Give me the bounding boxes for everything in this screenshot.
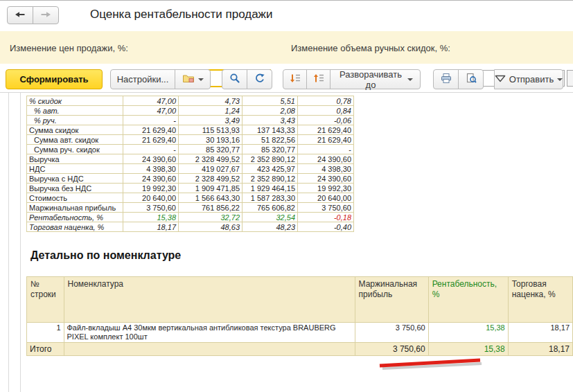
detail-cell[interactable]: 18,17: [508, 323, 572, 343]
print-button[interactable]: [433, 69, 459, 89]
summary-cell[interactable]: 1,24: [179, 106, 243, 116]
summary-row-label[interactable]: Сумма руч. скидок: [27, 145, 123, 154]
summary-cell[interactable]: 85 320,77: [243, 145, 298, 154]
detail-total-cell[interactable]: Итого: [27, 343, 64, 356]
detail-total-cell[interactable]: [64, 343, 355, 356]
summary-cell[interactable]: 3,43: [243, 116, 298, 125]
summary-cell[interactable]: 4 398,30: [123, 164, 179, 174]
summary-cell[interactable]: 1 909 471,85: [179, 184, 243, 193]
summary-row-label[interactable]: Рентабельность, %: [27, 213, 123, 222]
summary-cell[interactable]: 15,38: [123, 213, 179, 222]
summary-cell[interactable]: 1 566 643,30: [179, 193, 243, 203]
detail-column-header[interactable]: Рентабельность, %: [428, 277, 508, 323]
summary-cell[interactable]: 21 629,40: [123, 125, 179, 135]
summary-cell[interactable]: 115 513,93: [179, 125, 243, 135]
summary-cell[interactable]: 2 328 499,52: [179, 174, 243, 184]
summary-cell[interactable]: 24 390,60: [298, 174, 354, 184]
summary-cell[interactable]: 3 750,60: [123, 203, 179, 213]
summary-row-label[interactable]: % скидок: [27, 96, 123, 106]
summary-cell[interactable]: 5,51: [243, 96, 298, 106]
summary-row-label[interactable]: Сумма скидок: [27, 125, 123, 135]
back-button[interactable]: [7, 6, 33, 24]
summary-cell[interactable]: 85 320,77: [179, 145, 243, 154]
expand-rows-button[interactable]: [283, 69, 307, 89]
summary-cell[interactable]: 761 856,22: [179, 203, 243, 213]
summary-cell[interactable]: 0,78: [298, 96, 354, 106]
report-variants-button[interactable]: [175, 69, 211, 89]
summary-cell[interactable]: 48,23: [243, 222, 298, 232]
summary-row-label[interactable]: НДС: [27, 164, 123, 174]
summary-cell[interactable]: 19 992,30: [298, 184, 354, 193]
summary-cell[interactable]: 32,72: [179, 213, 243, 222]
summary-cell[interactable]: 20 640,00: [123, 193, 179, 203]
calculator-button-clipped[interactable]: [567, 70, 573, 87]
summary-cell[interactable]: 20 640,00: [298, 193, 354, 203]
detail-column-header[interactable]: Маржинальная прибыль: [355, 277, 428, 323]
summary-cell[interactable]: 21 629,40: [298, 125, 354, 135]
settings-button[interactable]: Настройки...: [110, 69, 175, 89]
summary-cell[interactable]: -: [298, 145, 354, 154]
summary-cell[interactable]: 47,00: [123, 96, 179, 106]
summary-row-label[interactable]: % руч.: [27, 116, 123, 125]
detail-column-header[interactable]: № строки: [27, 277, 64, 323]
summary-cell[interactable]: 18,17: [123, 222, 179, 232]
forward-button[interactable]: [33, 6, 59, 24]
summary-cell[interactable]: 3 750,60: [298, 203, 354, 213]
summary-row-label[interactable]: Выручка без НДС: [27, 184, 123, 193]
summary-row-label[interactable]: % авт.: [27, 106, 123, 116]
summary-cell[interactable]: 32,54: [243, 213, 298, 222]
summary-cell[interactable]: 30 193,16: [179, 135, 243, 145]
summary-row-label[interactable]: Сумма авт. скидок: [27, 135, 123, 145]
summary-cell[interactable]: -: [123, 116, 179, 125]
summary-cell[interactable]: 423 425,97: [243, 164, 298, 174]
summary-cell[interactable]: 4 398,30: [298, 164, 354, 174]
generate-button[interactable]: Сформировать: [6, 69, 103, 89]
refresh-button[interactable]: [247, 69, 272, 89]
summary-cell[interactable]: 51 822,56: [243, 135, 298, 145]
summary-cell[interactable]: 24 390,60: [298, 154, 354, 164]
summary-row-label[interactable]: Стоимость: [27, 193, 123, 203]
detail-column-header[interactable]: Торговая наценка, %: [508, 277, 572, 323]
summary-cell[interactable]: 24 390,60: [123, 154, 179, 164]
detail-cell[interactable]: 3 750,60: [355, 323, 428, 343]
summary-cell[interactable]: 765 606,82: [243, 203, 298, 213]
summary-cell[interactable]: -0,18: [298, 213, 354, 222]
summary-cell[interactable]: 0,84: [298, 106, 354, 116]
send-button[interactable]: Отправить: [494, 69, 563, 89]
summary-cell[interactable]: -0,06: [298, 116, 354, 125]
expand-to-button[interactable]: Разворачивать до: [330, 69, 421, 89]
summary-cell[interactable]: 1 587 283,30: [243, 193, 298, 203]
summary-cell[interactable]: 47,00: [123, 106, 179, 116]
summary-cell[interactable]: 1 929 464,15: [243, 184, 298, 193]
detail-column-header[interactable]: Номенклатура: [64, 277, 355, 323]
detail-cell[interactable]: 15,38: [428, 323, 508, 343]
print-preview-button[interactable]: [458, 69, 484, 89]
summary-row-label[interactable]: Маржинальная прибыль: [27, 203, 123, 213]
summary-row-label[interactable]: Выручка: [27, 154, 123, 164]
summary-cell[interactable]: 419 027,67: [179, 164, 243, 174]
summary-cell[interactable]: 21 629,40: [123, 135, 179, 145]
summary-cell[interactable]: 4,73: [179, 96, 243, 106]
summary-cell[interactable]: 3,49: [179, 116, 243, 125]
summary-cell[interactable]: -0,40: [298, 222, 354, 232]
summary-cell[interactable]: 2,08: [243, 106, 298, 116]
summary-cell[interactable]: 21 629,40: [298, 135, 354, 145]
summary-row-label[interactable]: Торговая наценка, %: [27, 222, 123, 232]
detail-total-cell[interactable]: 18,17: [508, 343, 572, 356]
detail-total-cell[interactable]: 15,38: [428, 343, 508, 356]
summary-row: Рентабельность, %15,3832,7232,54-0,18: [27, 213, 354, 222]
summary-row-label[interactable]: Выручка с НДС: [27, 174, 123, 184]
summary-cell[interactable]: 24 390,60: [123, 174, 179, 184]
detail-cell[interactable]: 1: [27, 323, 64, 343]
summary-cell[interactable]: 137 143,33: [243, 125, 298, 135]
summary-cell[interactable]: 2 352 890,12: [243, 154, 298, 164]
detail-cell[interactable]: Файл-вкладыш А4 30мкм вертикальная антиб…: [64, 323, 355, 343]
summary-cell[interactable]: -: [123, 145, 179, 154]
summary-cell[interactable]: 2 328 499,52: [179, 154, 243, 164]
summary-cell[interactable]: 2 352 890,12: [243, 174, 298, 184]
collapse-rows-button[interactable]: [306, 69, 330, 89]
summary-cell[interactable]: 48,63: [179, 222, 243, 232]
summary-cell[interactable]: 19 992,30: [123, 184, 179, 193]
search-button[interactable]: [222, 69, 247, 89]
detail-total-cell[interactable]: 3 750,60: [355, 343, 428, 356]
